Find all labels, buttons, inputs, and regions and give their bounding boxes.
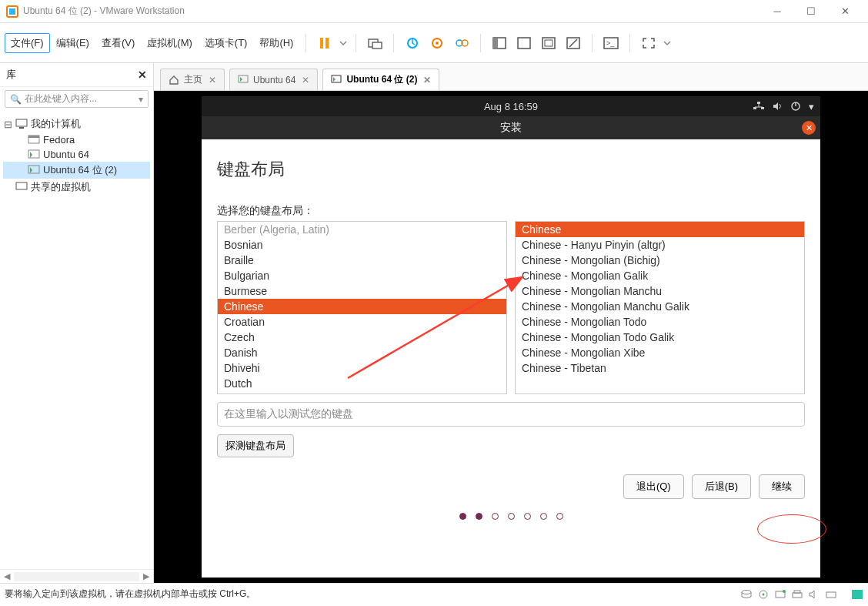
menu-view[interactable]: 查看(V): [95, 33, 141, 53]
status-text: 要将输入定向到该虚拟机，请在虚拟机内部单击或按 Ctrl+G。: [5, 588, 740, 601]
list-item[interactable]: Chinese - Mongolian Xibe: [516, 345, 804, 360]
keyboard-layout-list[interactable]: Berber (Algeria, Latin)BosnianBrailleBul…: [217, 221, 507, 394]
gnome-status-icons[interactable]: ▾: [753, 101, 814, 112]
view-unity-icon[interactable]: [563, 32, 584, 54]
svg-rect-27: [239, 75, 248, 82]
tree-item-fedora[interactable]: Fedora: [3, 132, 150, 147]
keyboard-test-input[interactable]: 在这里输入以测试您的键盘: [217, 402, 805, 427]
tab-close-icon[interactable]: ✕: [209, 75, 216, 85]
list-item[interactable]: Czech: [218, 330, 506, 345]
svg-rect-44: [826, 592, 836, 598]
svg-line-17: [569, 39, 577, 47]
tab-home[interactable]: 主页 ✕: [160, 69, 225, 90]
view-console-icon[interactable]: [513, 32, 535, 54]
quit-button[interactable]: 退出(Q): [623, 474, 684, 499]
snapshot-manage-icon[interactable]: [451, 32, 472, 54]
list-item[interactable]: Berber (Algeria, Latin): [218, 222, 506, 237]
send-ctrlaltdel-icon[interactable]: [364, 32, 386, 54]
list-item[interactable]: Bulgarian: [218, 268, 506, 283]
choose-label: 选择您的键盘布局：: [217, 204, 805, 218]
list-item[interactable]: Chinese: [516, 222, 804, 237]
continue-button[interactable]: 继续: [759, 474, 805, 499]
tab-close-icon[interactable]: ✕: [302, 75, 309, 85]
svg-rect-14: [542, 38, 555, 49]
tab-ubuntu64[interactable]: Ubuntu 64 ✕: [229, 69, 318, 90]
tab-ubuntu64-2[interactable]: Ubuntu 64 位 (2) ✕: [322, 69, 439, 90]
power-dropdown[interactable]: [339, 32, 348, 54]
tree-shared[interactable]: 共享的虚拟机: [3, 179, 150, 196]
library-header: 库 ✕: [0, 63, 153, 87]
list-item[interactable]: Chinese - Mongolian (Bichig): [516, 253, 804, 268]
close-button[interactable]: ✕: [828, 0, 862, 23]
search-dropdown-icon[interactable]: ▾: [139, 94, 143, 105]
disk-icon[interactable]: [740, 589, 753, 600]
list-item[interactable]: Croatian: [218, 314, 506, 330]
pause-button[interactable]: [314, 32, 336, 54]
library-close-icon[interactable]: ✕: [138, 69, 147, 81]
vm-console[interactable]: Aug 8 16:59 ▾ 安装 ✕ 键盘布局 选择您的键盘布局：: [154, 91, 868, 583]
network-adapter-icon[interactable]: [774, 589, 786, 600]
library-sidebar: 库 ✕ 🔍 在此处键入内容... ▾ ⊟ 我的计算机 Fedora Ubuntu: [0, 63, 154, 583]
installer-titlebar: 安装 ✕: [202, 116, 820, 139]
svg-rect-28: [332, 75, 341, 82]
sound-icon[interactable]: [808, 589, 820, 600]
svg-rect-13: [518, 38, 530, 49]
list-item[interactable]: Chinese - Mongolian Todo: [516, 314, 804, 330]
search-input[interactable]: 🔍 在此处键入内容... ▾: [5, 90, 149, 108]
chevron-down-icon: ▾: [809, 101, 814, 112]
snapshot-icon[interactable]: [402, 32, 423, 54]
detect-layout-button[interactable]: 探测键盘布局: [217, 434, 294, 457]
svg-rect-33: [761, 107, 764, 109]
view-sidebar-icon[interactable]: [489, 32, 510, 54]
list-item[interactable]: Chinese: [218, 299, 506, 314]
list-item[interactable]: Chinese - Mongolian Manchu Galik: [516, 299, 804, 314]
tree-item-ubuntu64[interactable]: Ubuntu 64: [3, 147, 150, 162]
power-icon: [790, 101, 801, 112]
printer-icon[interactable]: [791, 589, 803, 600]
list-item[interactable]: Braille: [218, 253, 506, 268]
network-icon: [753, 101, 764, 112]
installer-close-button[interactable]: ✕: [802, 121, 816, 135]
svg-rect-5: [372, 42, 382, 49]
list-item[interactable]: Burmese: [218, 283, 506, 299]
vm-running-icon: [238, 75, 249, 85]
maximize-button[interactable]: ☐: [794, 0, 828, 23]
svg-rect-29: [757, 102, 760, 104]
menu-edit[interactable]: 编辑(E): [50, 33, 95, 53]
list-item[interactable]: Chinese - Mongolian Galik: [516, 268, 804, 283]
fullscreen-icon[interactable]: [638, 32, 659, 54]
fullscreen-dropdown[interactable]: [663, 32, 672, 54]
message-icon[interactable]: [851, 589, 863, 600]
svg-text:>_: >_: [606, 39, 615, 47]
vmware-logo-icon: [6, 5, 18, 18]
usb-icon[interactable]: [825, 589, 837, 600]
terminal-icon[interactable]: >_: [600, 32, 622, 54]
back-button[interactable]: 后退(B): [692, 474, 751, 499]
sidebar-hscroll[interactable]: ◀▶: [0, 569, 153, 583]
minimize-button[interactable]: ─: [760, 0, 794, 23]
list-item[interactable]: Chinese - Mongolian Manchu: [516, 283, 804, 299]
guest-os-screen: Aug 8 16:59 ▾ 安装 ✕ 键盘布局 选择您的键盘布局：: [202, 96, 820, 578]
tab-close-icon[interactable]: ✕: [423, 75, 431, 85]
vm-running-icon: [331, 75, 342, 85]
list-item[interactable]: Bosnian: [218, 237, 506, 253]
list-item[interactable]: Chinese - Tibetan: [516, 360, 804, 376]
menu-help[interactable]: 帮助(H): [253, 33, 299, 53]
clock: Aug 8 16:59: [484, 101, 538, 112]
list-item[interactable]: Danish: [218, 345, 506, 360]
snapshot-take-icon[interactable]: [426, 32, 448, 54]
menu-file[interactable]: 文件(F): [5, 33, 50, 53]
list-item[interactable]: Chinese - Hanyu Pinyin (altgr): [516, 237, 804, 253]
list-item[interactable]: Chinese - Mongolian Todo Galik: [516, 330, 804, 345]
cd-icon[interactable]: [757, 589, 770, 600]
tree-item-ubuntu64-2[interactable]: Ubuntu 64 位 (2): [3, 162, 150, 179]
status-bar: 要将输入定向到该虚拟机，请在虚拟机内部单击或按 Ctrl+G。: [0, 583, 868, 604]
window-titlebar: Ubuntu 64 位 (2) - VMware Workstation ─ ☐…: [0, 0, 868, 23]
list-item[interactable]: Dhivehi: [218, 360, 506, 376]
keyboard-variant-list[interactable]: ChineseChinese - Hanyu Pinyin (altgr)Chi…: [515, 221, 805, 394]
view-thumbnail-icon[interactable]: [538, 32, 559, 54]
menu-vm[interactable]: 虚拟机(M): [141, 33, 199, 53]
list-item[interactable]: Dutch: [218, 376, 506, 391]
tree-mycomputer[interactable]: ⊟ 我的计算机: [3, 116, 150, 132]
menu-tabs[interactable]: 选项卡(T): [199, 33, 254, 53]
